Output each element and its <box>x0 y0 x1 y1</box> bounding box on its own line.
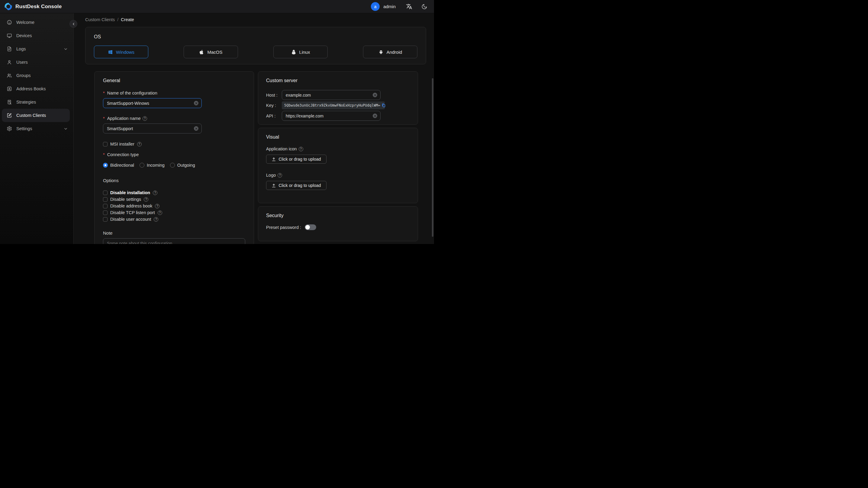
sidebar-item-users[interactable]: Users <box>0 56 73 69</box>
sidebar-item-groups[interactable]: Groups <box>0 69 73 82</box>
custom-server-card: Custom server Host : Key : <box>258 71 418 125</box>
host-input[interactable] <box>286 93 373 97</box>
note-textarea[interactable] <box>103 238 245 244</box>
avatar-initial: a <box>374 4 377 9</box>
help-icon[interactable]: ? <box>154 217 158 222</box>
general-card: General * Name of the configuration * Ap… <box>94 71 254 244</box>
radio-icon[interactable] <box>170 163 175 167</box>
clear-icon[interactable] <box>194 101 198 105</box>
help-icon[interactable]: ? <box>143 116 147 121</box>
config-name-input[interactable] <box>107 101 194 106</box>
clear-icon[interactable] <box>373 93 377 97</box>
sidebar-item-address-books[interactable]: Address Books <box>0 82 73 95</box>
option-disable-address-book[interactable]: Disable address book ? <box>103 203 245 209</box>
msi-installer-checkbox-row[interactable]: MSI installer ? <box>103 141 245 147</box>
breadcrumb-parent[interactable]: Custom Clients <box>85 17 115 22</box>
sidebar-item-devices[interactable]: Devices <box>0 29 73 42</box>
breadcrumb: Custom Clients / Create <box>85 17 426 22</box>
help-icon[interactable]: ? <box>155 204 159 208</box>
sidebar-item-strategies[interactable]: Strategies <box>0 95 73 109</box>
sidebar-item-logs[interactable]: Logs <box>0 42 73 56</box>
smiley-icon <box>7 20 12 25</box>
sidebar-collapse-button[interactable] <box>69 20 77 28</box>
sidebar-item-custom-clients[interactable]: Custom Clients <box>2 109 70 122</box>
help-icon[interactable]: ? <box>144 197 148 202</box>
sidebar-item-label: Address Books <box>16 86 46 91</box>
language-icon[interactable] <box>406 3 412 10</box>
sidebar-item-label: Settings <box>16 126 32 131</box>
sidebar-item-label: Welcome <box>16 20 34 25</box>
help-icon[interactable]: ? <box>137 142 142 147</box>
option-disable-settings[interactable]: Disable settings ? <box>103 196 245 203</box>
checkbox-icon[interactable] <box>103 204 107 208</box>
chevron-down-icon[interactable] <box>63 47 68 51</box>
avatar[interactable]: a <box>371 2 380 11</box>
help-icon[interactable]: ? <box>278 173 282 178</box>
top-header: RustDesk Console a admin <box>0 0 434 13</box>
checkbox-icon[interactable] <box>103 217 107 222</box>
connection-type-label: * Connection type <box>103 152 245 157</box>
username: admin <box>383 4 396 9</box>
user-icon <box>7 60 12 65</box>
required-marker: * <box>103 116 105 121</box>
host-input-wrapper <box>282 90 380 100</box>
sidebar: Welcome Devices Logs Users Groups Ad <box>0 13 74 244</box>
option-disable-user-account[interactable]: Disable user account ? <box>103 216 245 222</box>
custom-server-title: Custom server <box>266 78 410 83</box>
help-icon[interactable]: ? <box>153 190 157 195</box>
copy-icon[interactable] <box>381 103 386 108</box>
sidebar-item-label: Devices <box>16 33 32 38</box>
dark-mode-icon[interactable] <box>421 4 427 10</box>
logo-upload-button[interactable]: Click or drag to upload <box>266 181 327 190</box>
scrollbar-thumb[interactable] <box>432 78 433 237</box>
help-icon[interactable]: ? <box>299 147 303 151</box>
sidebar-item-settings[interactable]: Settings <box>0 122 73 135</box>
clear-icon[interactable] <box>194 126 198 131</box>
key-value: 5Qbwsde3unUcJBtrx9ZkvUmwFNoExHzpryHuPUdq… <box>284 103 380 108</box>
os-button-linux[interactable]: Linux <box>273 45 328 58</box>
os-button-android[interactable]: Android <box>363 45 417 58</box>
radio-outgoing[interactable]: Outgoing <box>170 163 195 167</box>
checkbox-icon[interactable] <box>103 190 107 195</box>
main-content: Custom Clients / Create OS Windows MacOS <box>74 13 434 244</box>
option-disable-tcp-listen-port[interactable]: Disable TCP listen port ? <box>103 209 245 216</box>
options-section-label: Options <box>103 178 245 183</box>
required-marker: * <box>103 91 105 96</box>
chevron-down-icon[interactable] <box>63 126 68 131</box>
sidebar-item-welcome[interactable]: Welcome <box>0 16 73 29</box>
radio-bidirectional[interactable]: Bidirectional <box>103 163 134 167</box>
preset-password-label: Preset password : <box>266 225 301 230</box>
upload-icon <box>272 157 276 161</box>
contact-card-icon <box>7 86 12 92</box>
rustdesk-console-app: RustDesk Console a admin Welcome Devices <box>0 0 434 244</box>
application-name-input[interactable] <box>107 126 194 131</box>
os-button-macos[interactable]: MacOS <box>184 45 238 58</box>
security-card-title: Security <box>266 213 410 218</box>
checkbox-icon[interactable] <box>103 197 107 202</box>
options-list: Disable installation ? Disable settings … <box>103 189 245 222</box>
upload-icon <box>272 183 276 188</box>
radio-icon[interactable] <box>103 163 108 167</box>
option-disable-installation[interactable]: Disable installation ? <box>103 189 245 196</box>
checkbox-icon[interactable] <box>103 211 107 215</box>
brand: RustDesk Console <box>4 2 62 10</box>
sidebar-item-label: Groups <box>16 73 31 78</box>
app-name-field-label: * Application name ? <box>103 116 245 121</box>
preset-password-toggle[interactable] <box>305 224 316 230</box>
app-title: RustDesk Console <box>16 4 62 10</box>
toggle-knob <box>305 225 310 230</box>
app-icon-upload-button[interactable]: Click or drag to upload <box>266 155 327 164</box>
security-card: Security Preset password : <box>258 206 418 241</box>
checkbox-icon[interactable] <box>103 142 107 147</box>
radio-incoming[interactable]: Incoming <box>140 163 164 167</box>
radio-icon[interactable] <box>140 163 144 167</box>
sidebar-item-label: Logs <box>16 47 26 51</box>
gear-icon <box>7 126 12 131</box>
android-icon <box>378 50 383 55</box>
logo-label: Logo ? <box>266 173 410 178</box>
help-icon[interactable]: ? <box>158 211 162 215</box>
os-button-windows[interactable]: Windows <box>94 45 148 58</box>
clear-icon[interactable] <box>373 114 377 118</box>
name-field-label: * Name of the configuration <box>103 91 245 96</box>
api-input[interactable] <box>286 114 373 118</box>
